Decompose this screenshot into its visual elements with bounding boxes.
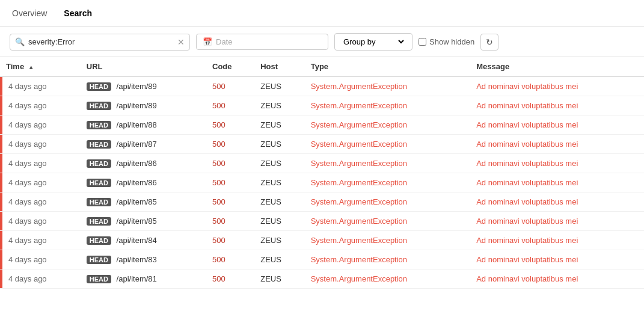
cell-time: 4 days ago	[0, 231, 81, 250]
severity-bar	[0, 135, 2, 153]
cell-url: HEAD /api/item/89	[81, 76, 206, 96]
cell-url: HEAD /api/item/86	[81, 154, 206, 173]
cell-host: ZEUS	[254, 212, 304, 231]
groupby-select[interactable]: Group bySeverityURLHostType	[341, 37, 406, 47]
col-host[interactable]: Host	[254, 57, 304, 76]
method-badge: HEAD	[87, 121, 111, 129]
cell-type: System.ArgumentException	[305, 96, 471, 115]
table-row[interactable]: 4 days ago HEAD /api/item/86 500 ZEUS Sy…	[0, 154, 644, 173]
col-time[interactable]: Time ▲	[0, 57, 81, 76]
table-row[interactable]: 4 days ago HEAD /api/item/84 500 ZEUS Sy…	[0, 231, 644, 250]
method-badge: HEAD	[87, 82, 111, 91]
cell-time: 4 days ago	[0, 269, 81, 289]
table-row[interactable]: 4 days ago HEAD /api/item/85 500 ZEUS Sy…	[0, 212, 644, 231]
cell-url: HEAD /api/item/87	[81, 135, 206, 154]
method-badge: HEAD	[87, 217, 111, 226]
clear-icon[interactable]: ✕	[177, 37, 185, 47]
cell-type: System.ArgumentException	[305, 76, 471, 96]
severity-bar	[0, 154, 2, 173]
refresh-button[interactable]: ↻	[480, 34, 498, 51]
cell-message: Ad nominavi voluptatibus mei	[470, 154, 644, 173]
cell-message: Ad nominavi voluptatibus mei	[470, 76, 644, 96]
method-badge: HEAD	[87, 236, 111, 245]
table-row[interactable]: 4 days ago HEAD /api/item/89 500 ZEUS Sy…	[0, 76, 644, 96]
cell-time: 4 days ago	[0, 212, 81, 231]
cell-type: System.ArgumentException	[305, 154, 471, 173]
cell-code: 500	[206, 212, 254, 231]
method-badge: HEAD	[87, 179, 111, 187]
cell-code: 500	[206, 269, 254, 289]
table-row[interactable]: 4 days ago HEAD /api/item/83 500 ZEUS Sy…	[0, 250, 644, 269]
cell-url: HEAD /api/item/83	[81, 250, 206, 269]
cell-host: ZEUS	[254, 76, 304, 96]
table-body: 4 days ago HEAD /api/item/89 500 ZEUS Sy…	[0, 76, 644, 289]
cell-type: System.ArgumentException	[305, 115, 471, 135]
toolbar: 🔍 ✕ 📅 Date Group bySeverityURLHostType S…	[0, 27, 644, 57]
cell-url: HEAD /api/item/85	[81, 192, 206, 212]
show-hidden-label[interactable]: Show hidden	[419, 37, 474, 46]
method-badge: HEAD	[87, 256, 111, 264]
table-row[interactable]: 4 days ago HEAD /api/item/88 500 ZEUS Sy…	[0, 115, 644, 135]
col-url[interactable]: URL	[81, 57, 206, 76]
table-row[interactable]: 4 days ago HEAD /api/item/86 500 ZEUS Sy…	[0, 173, 644, 192]
cell-time: 4 days ago	[0, 192, 81, 212]
cell-code: 500	[206, 76, 254, 96]
method-badge: HEAD	[87, 159, 111, 168]
cell-url: HEAD /api/item/86	[81, 173, 206, 192]
cell-message: Ad nominavi voluptatibus mei	[470, 212, 644, 231]
severity-bar	[0, 96, 2, 115]
cell-time: 4 days ago	[0, 135, 81, 154]
cell-type: System.ArgumentException	[305, 135, 471, 154]
cell-time: 4 days ago	[0, 115, 81, 135]
severity-bar	[0, 269, 2, 288]
calendar-icon: 📅	[203, 37, 212, 46]
severity-bar	[0, 192, 2, 211]
cell-code: 500	[206, 135, 254, 154]
cell-message: Ad nominavi voluptatibus mei	[470, 192, 644, 212]
method-badge: HEAD	[87, 275, 111, 283]
date-picker[interactable]: 📅 Date	[196, 34, 328, 50]
show-hidden-checkbox[interactable]	[419, 38, 426, 46]
cell-code: 500	[206, 154, 254, 173]
cell-message: Ad nominavi voluptatibus mei	[470, 269, 644, 289]
cell-code: 500	[206, 115, 254, 135]
nav-overview[interactable]: Overview	[10, 5, 49, 22]
col-code[interactable]: Code	[206, 57, 254, 76]
cell-host: ZEUS	[254, 154, 304, 173]
cell-time: 4 days ago	[0, 154, 81, 173]
cell-host: ZEUS	[254, 192, 304, 212]
method-badge: HEAD	[87, 140, 111, 149]
sort-arrow-time: ▲	[28, 64, 34, 70]
table-row[interactable]: 4 days ago HEAD /api/item/89 500 ZEUS Sy…	[0, 96, 644, 115]
nav-search[interactable]: Search	[61, 5, 94, 22]
cell-type: System.ArgumentException	[305, 231, 471, 250]
cell-message: Ad nominavi voluptatibus mei	[470, 250, 644, 269]
method-badge: HEAD	[87, 198, 111, 206]
cell-message: Ad nominavi voluptatibus mei	[470, 96, 644, 115]
table-row[interactable]: 4 days ago HEAD /api/item/81 500 ZEUS Sy…	[0, 269, 644, 289]
table-row[interactable]: 4 days ago HEAD /api/item/85 500 ZEUS Sy…	[0, 192, 644, 212]
groupby-dropdown[interactable]: Group bySeverityURLHostType	[334, 33, 412, 51]
severity-bar	[0, 231, 2, 250]
search-input[interactable]	[28, 37, 174, 46]
severity-bar	[0, 212, 2, 230]
cell-host: ZEUS	[254, 231, 304, 250]
cell-url: HEAD /api/item/85	[81, 212, 206, 231]
cell-time: 4 days ago	[0, 250, 81, 269]
cell-host: ZEUS	[254, 96, 304, 115]
search-box[interactable]: 🔍 ✕	[10, 34, 190, 51]
cell-host: ZEUS	[254, 173, 304, 192]
severity-bar	[0, 77, 2, 96]
cell-url: HEAD /api/item/81	[81, 269, 206, 289]
col-message[interactable]: Message	[470, 57, 644, 76]
cell-host: ZEUS	[254, 269, 304, 289]
results-table: Time ▲ URL Code Host Type Message	[0, 57, 644, 289]
cell-host: ZEUS	[254, 250, 304, 269]
cell-type: System.ArgumentException	[305, 250, 471, 269]
table-header: Time ▲ URL Code Host Type Message	[0, 57, 644, 76]
severity-bar	[0, 250, 2, 269]
table-row[interactable]: 4 days ago HEAD /api/item/87 500 ZEUS Sy…	[0, 135, 644, 154]
cell-type: System.ArgumentException	[305, 212, 471, 231]
cell-time: 4 days ago	[0, 76, 81, 96]
col-type[interactable]: Type	[305, 57, 471, 76]
